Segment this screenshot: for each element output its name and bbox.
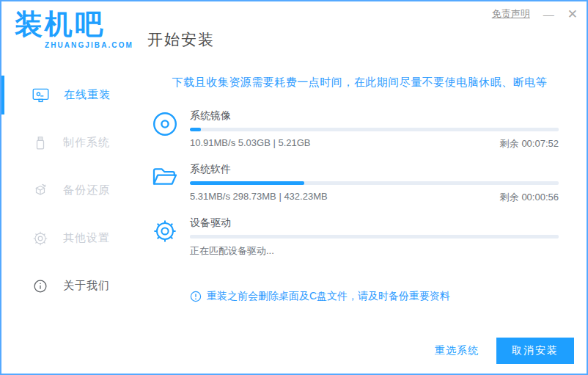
task-label: 系统软件 — [190, 163, 559, 176]
sidebar-item-backup-restore[interactable]: 备份还原 — [1, 167, 137, 214]
backup-note: 重装之前会删除桌面及C盘文件，请及时备份重要资料 — [190, 290, 450, 303]
note-text: 重装之前会删除桌面及C盘文件，请及时备份重要资料 — [207, 290, 450, 303]
sidebar-item-label: 在线重装 — [64, 88, 111, 102]
logo-text: 装机吧 — [15, 9, 133, 41]
progress-fill — [190, 181, 304, 185]
close-icon[interactable]: ✕ — [567, 8, 578, 21]
info-icon — [32, 278, 48, 294]
sidebar-item-about-us[interactable]: 关于我们 — [1, 262, 137, 310]
task-remaining: 剩余 00:07:52 — [500, 137, 559, 150]
task-status: 正在匹配设备驱动... — [190, 244, 274, 258]
cancel-install-button[interactable]: 取消安装 — [496, 338, 574, 364]
task-row-system-image: 系统镜像 10.91MB/s 5.03GB | 5.21GB 剩余 00:07:… — [152, 109, 559, 150]
monitor-reinstall-icon — [32, 87, 49, 103]
sidebar-item-label: 其他设置 — [63, 231, 110, 245]
reselect-system-button[interactable]: 重选系统 — [435, 344, 479, 357]
app-window: 免责声明 — ✕ 装机吧 ZHUANGJIBA.COM 开始安装 在线重装 — [0, 0, 588, 375]
backup-restore-icon — [32, 183, 48, 199]
warning-text: 下载且收集资源需要耗费一点时间，在此期间尽量不要使电脑休眠、断电等 — [137, 76, 582, 90]
alert-circle-icon — [190, 291, 202, 302]
sidebar-item-other-settings[interactable]: 其他设置 — [1, 214, 137, 262]
titlebar-controls: 免责声明 — ✕ — [492, 7, 578, 21]
minimize-icon[interactable]: — — [543, 9, 554, 20]
logo-domain: ZHUANGJIBA.COM — [15, 41, 133, 49]
sidebar-item-make-system[interactable]: 制作系统 — [1, 119, 137, 167]
progress-fill — [190, 128, 201, 131]
progress-bar — [190, 235, 559, 239]
task-stats: 10.91MB/s 5.03GB | 5.21GB — [190, 137, 311, 150]
task-remaining: 剩余 00:00:56 — [500, 191, 559, 204]
sidebar-item-label: 关于我们 — [63, 279, 110, 293]
progress-bar — [190, 181, 559, 185]
task-label: 设备驱动 — [190, 216, 559, 230]
sidebar: 在线重装 制作系统 备份还原 — [1, 71, 137, 310]
usb-drive-icon — [32, 135, 48, 151]
task-row-device-driver: 设备驱动 正在匹配设备驱动... — [152, 216, 559, 258]
footer-actions: 重选系统 取消安装 — [435, 338, 574, 364]
task-list: 系统镜像 10.91MB/s 5.03GB | 5.21GB 剩余 00:07:… — [152, 109, 559, 270]
app-logo: 装机吧 ZHUANGJIBA.COM — [15, 9, 133, 49]
sidebar-item-label: 制作系统 — [63, 136, 110, 150]
folder-icon — [152, 164, 178, 188]
sidebar-item-label: 备份还原 — [63, 183, 110, 197]
disc-icon — [152, 111, 178, 137]
progress-bar — [190, 128, 559, 131]
active-indicator — [1, 76, 4, 114]
sidebar-item-online-reinstall[interactable]: 在线重装 — [1, 71, 137, 119]
task-row-system-software: 系统软件 5.31MB/s 298.73MB | 432.23MB 剩余 00:… — [152, 163, 559, 204]
disclaimer-link[interactable]: 免责声明 — [492, 7, 530, 21]
task-stats: 5.31MB/s 298.73MB | 432.23MB — [190, 191, 328, 204]
gear-icon — [152, 218, 178, 244]
gear-icon — [32, 230, 48, 247]
page-title: 开始安装 — [147, 29, 215, 50]
task-label: 系统镜像 — [190, 109, 559, 123]
